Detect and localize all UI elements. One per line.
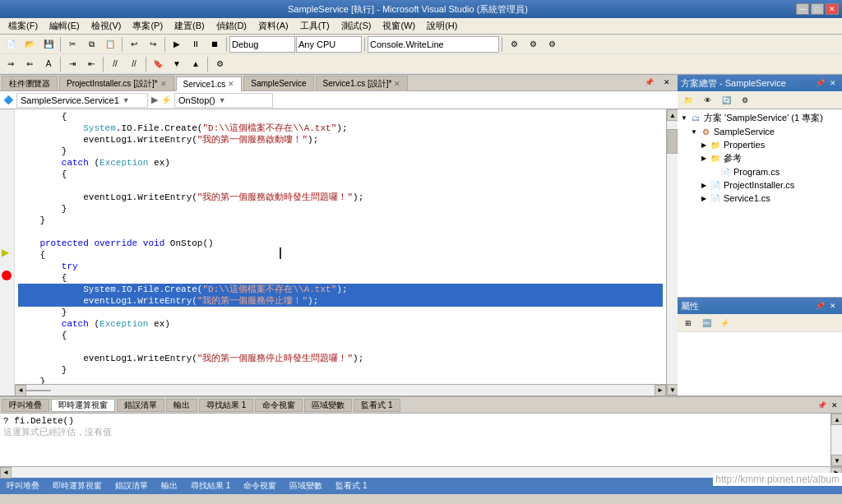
tab-locals[interactable]: 區域變數	[304, 399, 352, 412]
toolbar-extra1[interactable]: ⚙	[505, 36, 523, 53]
scroll-up-btn[interactable]: ▲	[667, 109, 678, 121]
tab-close-4[interactable]: ✕	[394, 80, 400, 88]
bottom-v-scrollbar[interactable]: ▲ ▼	[830, 414, 842, 466]
tab-output[interactable]: 輸出	[166, 399, 197, 412]
tab-error-list[interactable]: 錯誤清單	[117, 399, 164, 412]
tab-watch[interactable]: 監看式 1	[354, 399, 400, 412]
tree-project[interactable]: ▼ ⚙ SampleService	[679, 125, 840, 138]
props-sort-alpha[interactable]: 🔤	[697, 315, 715, 331]
panel-close-btn[interactable]: ✕	[827, 77, 839, 89]
menu-tools[interactable]: 工具(T)	[295, 19, 335, 33]
tab-component-explorer[interactable]: 柱件瀏覽器	[2, 76, 58, 90]
tab-project-installer-design[interactable]: ProjectInstaller.cs [設計]* ✕	[59, 76, 174, 90]
tree-properties[interactable]: ▶ 📁 Properties	[679, 138, 840, 151]
menu-test[interactable]: 測試(S)	[336, 19, 377, 33]
menu-debug[interactable]: 偵錯(D)	[211, 19, 252, 33]
toolbar2-bookmark[interactable]: 🔖	[149, 56, 167, 72]
toolbar2-btn3[interactable]: A	[39, 56, 58, 72]
scroll-right-btn[interactable]: ►	[655, 385, 666, 396]
toolbar2-uncomment[interactable]: //	[125, 56, 143, 72]
platform-dropdown[interactable]: Any CPU	[296, 36, 362, 53]
tab-service1-cs[interactable]: Service1.cs ✕	[176, 76, 243, 91]
toolbar-undo[interactable]: ↩	[125, 36, 143, 53]
menu-file[interactable]: 檔案(F)	[3, 19, 43, 33]
toolbar-pause[interactable]: ⏸	[187, 36, 205, 53]
code-content[interactable]: { System.IO.File.Create("D:\\這個檔案不存在\\A.…	[15, 109, 666, 395]
scroll-down-btn[interactable]: ▼	[667, 384, 678, 395]
h-scrollbar[interactable]: ◄ ►	[15, 384, 666, 395]
menu-help[interactable]: 說明(H)	[422, 19, 462, 33]
code-line-20: {	[18, 330, 663, 341]
tree-service1-cs[interactable]: ▶ 📄 Service1.cs	[679, 192, 840, 205]
method-dropdown[interactable]: Console.WriteLine	[368, 36, 499, 53]
toolbar2-comment[interactable]: //	[106, 56, 124, 72]
tab-service1-design[interactable]: Service1.cs [設計]* ✕	[316, 76, 409, 90]
v-scrollbar[interactable]: ▲ ▼	[666, 109, 678, 395]
class-dropdown[interactable]: SampleService.Service1 ▼	[16, 93, 148, 108]
menu-window[interactable]: 視窗(W)	[377, 19, 420, 33]
toolbar2-btn1[interactable]: ⇒	[2, 56, 20, 72]
toolbar-debug-start[interactable]: ▶	[168, 36, 186, 53]
sol-new-folder[interactable]: 📁	[679, 92, 697, 109]
menu-project[interactable]: 專案(P)	[127, 19, 168, 33]
menu-data[interactable]: 資料(A)	[253, 19, 294, 33]
tab-close-1[interactable]: ✕	[160, 80, 167, 88]
bottom-scroll-up[interactable]: ▲	[831, 414, 842, 425]
tab-pin-button[interactable]: 📌	[640, 74, 658, 90]
menu-edit[interactable]: 編輯(E)	[44, 19, 85, 33]
immediate-window[interactable]: ? fi.Delete() 這運算式已經評估，沒有值	[0, 414, 830, 466]
tab-sample-service[interactable]: SampleService	[243, 76, 313, 90]
tree-projectinstaller-cs[interactable]: ▶ 📄 ProjectInstaller.cs	[679, 178, 840, 192]
sol-show-all[interactable]: 👁	[698, 92, 716, 109]
bottom-scroll-down[interactable]: ▼	[831, 455, 842, 466]
tree-program-cs[interactable]: 📄 Program.cs	[679, 165, 840, 178]
toolbar-cut[interactable]: ✂	[63, 36, 81, 53]
breakpoint-indicator[interactable]	[2, 270, 12, 280]
tab-close-all[interactable]: ✕	[658, 74, 676, 90]
props-pin-btn[interactable]: 📌	[814, 300, 826, 312]
menu-view[interactable]: 檢視(V)	[86, 19, 127, 33]
sol-properties[interactable]: ⚙	[736, 92, 754, 109]
toolbar-redo[interactable]: ↪	[144, 36, 162, 53]
panel-pin-btn[interactable]: 📌	[814, 77, 826, 89]
status-output: 輸出	[158, 480, 181, 492]
toolbar-extra3[interactable]: ⚙	[543, 36, 561, 53]
props-show-events[interactable]: ⚡	[715, 315, 733, 331]
toolbar-copy[interactable]: ⧉	[82, 36, 100, 53]
toolbar2-next-bookmark[interactable]: ▼	[168, 56, 186, 72]
props-close-btn[interactable]: ✕	[827, 300, 839, 312]
bottom-scroll-left[interactable]: ◄	[0, 467, 12, 479]
toolbar2-extra1[interactable]: ⚙	[210, 56, 229, 72]
toolbar-stop[interactable]: ⏹	[206, 36, 224, 53]
tree-solution[interactable]: ▼ 🗂 方案 'SampleService' (1 專案)	[679, 111, 840, 125]
scroll-left-btn[interactable]: ◄	[15, 385, 26, 396]
menu-build[interactable]: 建置(B)	[169, 19, 210, 33]
method-nav-dropdown[interactable]: OnStop() ▼	[174, 93, 273, 108]
scroll-thumb-h[interactable]	[26, 390, 51, 391]
toolbar-paste[interactable]: 📋	[101, 36, 119, 53]
tab-find-results[interactable]: 尋找結果 1	[199, 399, 253, 412]
maximize-button[interactable]: □	[811, 3, 824, 15]
toolbar-open[interactable]: 📂	[21, 36, 39, 53]
bottom-pin-btn[interactable]: 📌	[816, 400, 827, 411]
toolbar-save[interactable]: 💾	[39, 36, 58, 53]
toolbar2-outdent[interactable]: ⇤	[82, 56, 100, 72]
tree-references[interactable]: ▶ 📁 參考	[679, 151, 840, 165]
toolbar-new[interactable]: 📄	[2, 36, 20, 53]
toolbar2-indent[interactable]: ⇥	[63, 56, 81, 72]
tab-command[interactable]: 命令視窗	[255, 399, 303, 412]
minimize-button[interactable]: —	[796, 3, 809, 15]
code-line-7	[18, 180, 663, 192]
tab-close-2[interactable]: ✕	[228, 80, 234, 88]
debug-config-dropdown[interactable]: Debug	[229, 36, 295, 53]
toolbar2-prev-bookmark[interactable]: ▲	[187, 56, 205, 72]
toolbar2-btn2[interactable]: ⇐	[21, 56, 39, 72]
close-button[interactable]: ✕	[826, 3, 839, 15]
sol-refresh[interactable]: 🔄	[717, 92, 735, 109]
toolbar-extra2[interactable]: ⚙	[524, 36, 542, 53]
props-sort-category[interactable]: ⊞	[679, 315, 697, 331]
tab-call-stack[interactable]: 呼叫堆疊	[2, 399, 49, 412]
scroll-thumb-v[interactable]	[667, 129, 678, 154]
bottom-close-btn[interactable]: ✕	[829, 400, 840, 411]
tab-immediate[interactable]: 即時運算視窗	[51, 399, 115, 412]
